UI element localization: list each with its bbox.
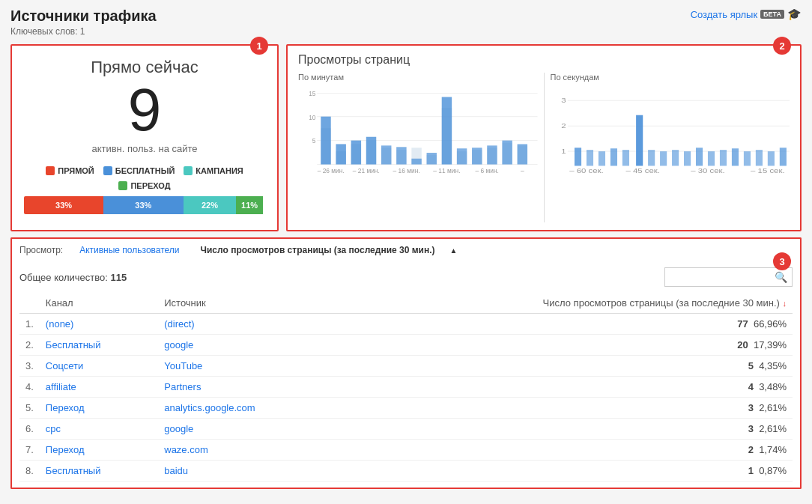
svg-text:–: – bbox=[521, 167, 525, 175]
svg-rect-10 bbox=[336, 144, 345, 164]
total-label: Общее количество: bbox=[19, 272, 108, 283]
table-row: 6. cpc google 3 2,61% bbox=[19, 419, 793, 440]
row-num: 2. bbox=[19, 335, 40, 356]
svg-text:– 30 сек.: – 30 сек. bbox=[691, 166, 725, 174]
table-row: 5. Переход analytics.google.com 3 2,61% bbox=[19, 398, 793, 419]
svg-text:– 16 мин.: – 16 мин. bbox=[393, 167, 420, 175]
pageviews-panel: 2 Просмотры страниц По минутам bbox=[286, 44, 802, 231]
row-source: analytics.google.com bbox=[158, 398, 340, 419]
search-icon[interactable]: 🔍 bbox=[775, 271, 787, 283]
row-source: waze.com bbox=[158, 440, 340, 461]
pageviews-badge: 2 bbox=[773, 37, 791, 55]
svg-rect-26 bbox=[457, 148, 467, 164]
legend-campaign-label: КАМПАНИЯ bbox=[196, 166, 243, 175]
progress-bar: 33% 33% 22% 11% bbox=[24, 196, 265, 214]
table-row: 1. (none) (direct) 77 66,96% bbox=[19, 314, 793, 335]
realtime-panel: 1 Прямо сейчас 9 активн. польз. на сайте… bbox=[10, 44, 279, 231]
row-views: 77 66,96% bbox=[340, 314, 793, 335]
col-num-header bbox=[19, 293, 40, 314]
legend-row: ПРЯМОЙ БЕСПЛАТНЫЙ КАМПАНИЯ bbox=[24, 166, 265, 175]
svg-rect-32 bbox=[502, 141, 512, 165]
realtime-title: Прямо сейчас bbox=[24, 58, 265, 77]
table-row: 3. Соцсети YouTube 5 4,35% bbox=[19, 356, 793, 377]
col-views-header[interactable]: Число просмотров страницы (за последние … bbox=[340, 293, 793, 314]
tab-active-users[interactable]: Активные пользователи bbox=[69, 239, 190, 263]
by-seconds-chart: По секундам 3 2 1 bbox=[545, 73, 790, 222]
svg-text:– 26 мин.: – 26 мин. bbox=[318, 167, 345, 175]
svg-rect-47 bbox=[574, 148, 581, 166]
tab-dropdown-arrow[interactable]: ▲ bbox=[446, 240, 462, 261]
row-channel: Переход bbox=[40, 398, 158, 419]
legend-direct-label: ПРЯМОЙ bbox=[58, 166, 94, 175]
svg-rect-52 bbox=[636, 115, 643, 166]
row-views: 3 2,61% bbox=[340, 419, 793, 440]
by-seconds-svg: 3 2 1 bbox=[551, 86, 790, 198]
svg-rect-20 bbox=[411, 159, 421, 165]
total-count: Общее количество: 115 bbox=[19, 272, 127, 283]
legend-organic-label: БЕСПЛАТНЫЙ bbox=[115, 166, 175, 175]
svg-text:2: 2 bbox=[561, 121, 566, 130]
svg-rect-48 bbox=[586, 150, 593, 166]
svg-rect-56 bbox=[684, 151, 691, 166]
svg-rect-49 bbox=[598, 151, 605, 166]
pb-organic: 33% bbox=[103, 196, 183, 214]
col-source-header: Источник bbox=[158, 293, 340, 314]
table-row: 8. Бесплатный baidu 1 0,87% bbox=[19, 461, 793, 482]
tab-page-views-30[interactable]: Число просмотров страницы (за последние … bbox=[190, 239, 446, 263]
pb-campaign: 22% bbox=[184, 196, 237, 214]
row-num: 4. bbox=[19, 377, 40, 398]
legend-direct: ПРЯМОЙ bbox=[46, 166, 94, 175]
legend-referral-label: ПЕРЕХОД bbox=[130, 181, 170, 190]
realtime-number: 9 bbox=[24, 80, 265, 140]
svg-rect-34 bbox=[518, 144, 527, 164]
tabs-container: Просмотр: Активные пользователи Число пр… bbox=[10, 237, 802, 261]
by-minutes-subtitle: По минутам bbox=[298, 73, 538, 82]
pb-referral: 11% bbox=[236, 196, 262, 214]
row-source: Partners bbox=[158, 377, 340, 398]
row-views: 4 3,48% bbox=[340, 377, 793, 398]
direct-color-dot bbox=[46, 166, 55, 175]
table-header-row: Общее количество: 115 🔍 bbox=[19, 267, 793, 287]
data-table: Канал Источник Число просмотров страницы… bbox=[19, 293, 793, 482]
row-num: 7. bbox=[19, 440, 40, 461]
by-seconds-subtitle: По секундам bbox=[551, 73, 790, 82]
svg-rect-54 bbox=[660, 151, 667, 166]
row-channel: Переход bbox=[40, 440, 158, 461]
search-input[interactable] bbox=[670, 272, 775, 282]
svg-text:– 6 мин.: – 6 мин. bbox=[476, 167, 499, 175]
row-views: 3 2,61% bbox=[340, 398, 793, 419]
by-minutes-chart: По минутам 15 10 5 bbox=[298, 73, 545, 222]
row-num: 1. bbox=[19, 314, 40, 335]
svg-text:1: 1 bbox=[561, 147, 566, 155]
row-source: google bbox=[158, 335, 340, 356]
svg-rect-18 bbox=[396, 147, 406, 164]
svg-rect-58 bbox=[707, 151, 714, 166]
pageviews-title: Просмотры страниц bbox=[298, 53, 790, 67]
svg-rect-60 bbox=[731, 148, 738, 166]
svg-rect-12 bbox=[351, 141, 361, 165]
svg-rect-53 bbox=[648, 150, 655, 166]
row-num: 8. bbox=[19, 461, 40, 482]
campaign-color-dot bbox=[184, 166, 193, 175]
create-shortcut-button[interactable]: Создать ярлык БЕТА 🎓 bbox=[691, 7, 802, 21]
table-body: 1. (none) (direct) 77 66,96% 2. Бесплатн… bbox=[19, 314, 793, 482]
row-channel: cpc bbox=[40, 419, 158, 440]
legend-referral: ПЕРЕХОД bbox=[118, 181, 170, 190]
page-subtitle: Ключевых слов: 1 bbox=[10, 26, 157, 37]
table-row: 2. Бесплатный google 20 17,39% bbox=[19, 335, 793, 356]
row-channel: Соцсети bbox=[40, 356, 158, 377]
referral-color-dot bbox=[118, 181, 127, 190]
by-seconds-area: 3 2 1 bbox=[551, 86, 790, 210]
svg-text:– 21 мин.: – 21 мин. bbox=[353, 167, 380, 175]
svg-rect-28 bbox=[472, 148, 482, 164]
legend-organic: БЕСПЛАТНЫЙ bbox=[103, 166, 175, 175]
row-channel: (none) bbox=[40, 314, 158, 335]
row-channel: Бесплатный bbox=[40, 335, 158, 356]
svg-rect-62 bbox=[755, 150, 762, 166]
graduation-icon: 🎓 bbox=[787, 7, 802, 21]
svg-rect-22 bbox=[427, 153, 437, 164]
pb-direct: 33% bbox=[24, 196, 103, 214]
row-views: 5 4,35% bbox=[340, 356, 793, 377]
data-panel: 3 Общее количество: 115 🔍 Канал Источник… bbox=[10, 261, 802, 489]
svg-rect-16 bbox=[381, 145, 391, 164]
